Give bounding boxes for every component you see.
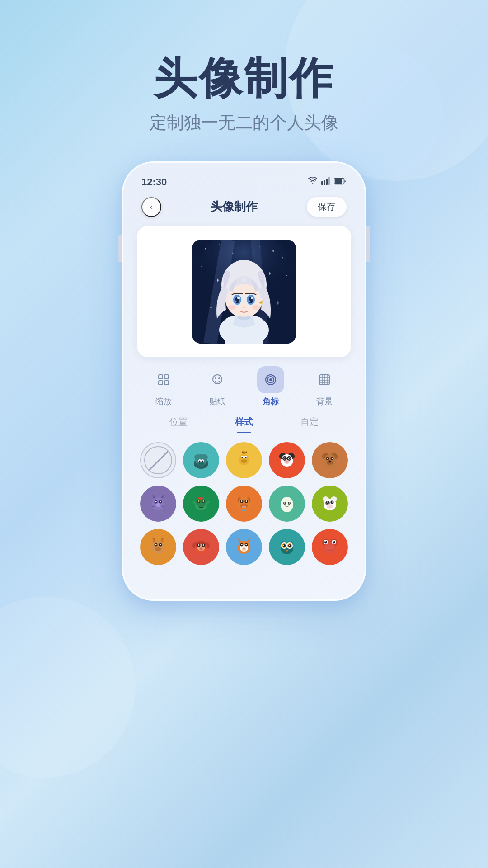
svg-point-185 — [333, 541, 333, 542]
svg-point-106 — [198, 500, 200, 502]
svg-point-33 — [227, 305, 236, 310]
badge-icon — [257, 366, 284, 393]
svg-point-143 — [155, 544, 157, 545]
svg-point-43 — [218, 377, 220, 379]
svg-point-145 — [155, 547, 161, 551]
svg-point-91 — [327, 458, 328, 459]
status-bar: 12:30 — [132, 176, 356, 188]
svg-point-153 — [198, 544, 200, 546]
battery-icon — [334, 177, 347, 187]
svg-point-81 — [284, 458, 286, 459]
svg-point-64 — [202, 463, 203, 464]
main-title: 头像制作 — [0, 54, 488, 102]
tool-background[interactable]: 背景 — [311, 366, 338, 407]
svg-point-57 — [201, 454, 208, 460]
app-header: ‹ 头像制作 保存 — [132, 193, 356, 226]
tool-zoom[interactable]: 缩放 — [150, 366, 177, 407]
svg-point-60 — [199, 460, 201, 462]
toolbar: 缩放 贴纸 — [132, 357, 356, 411]
sticker-label: 贴纸 — [209, 396, 225, 407]
icon-cow[interactable] — [312, 486, 348, 522]
svg-point-72 — [241, 459, 247, 463]
svg-point-186 — [325, 545, 334, 552]
icon-cat[interactable] — [140, 486, 176, 522]
svg-point-107 — [203, 500, 204, 502]
svg-rect-5 — [335, 179, 342, 184]
svg-point-121 — [243, 504, 245, 506]
phone-side-button-left — [118, 235, 122, 262]
svg-point-56 — [194, 454, 202, 460]
sub-title: 定制独一无二的个人头像 — [0, 111, 488, 134]
icon-bear[interactable] — [312, 442, 348, 478]
svg-rect-2 — [326, 179, 328, 185]
svg-point-135 — [331, 501, 332, 502]
signal-icon — [321, 177, 330, 187]
svg-point-163 — [245, 544, 247, 545]
icon-frog[interactable] — [312, 529, 348, 565]
svg-point-126 — [289, 502, 290, 503]
wifi-icon — [308, 177, 318, 187]
tool-sticker[interactable]: 贴纸 — [204, 366, 231, 407]
svg-point-46 — [269, 378, 272, 381]
svg-rect-1 — [324, 180, 325, 185]
svg-point-183 — [333, 541, 335, 543]
icon-dog[interactable] — [226, 486, 262, 522]
phone-side-button-right — [366, 226, 370, 262]
tab-style[interactable]: 样式 — [235, 416, 253, 433]
icon-panda[interactable] — [269, 442, 305, 478]
svg-point-70 — [241, 457, 243, 458]
svg-rect-3 — [328, 177, 330, 185]
icon-hippo[interactable] — [183, 442, 219, 478]
svg-point-42 — [215, 377, 216, 379]
avatar-preview-area — [137, 226, 351, 357]
icon-lizard[interactable] — [183, 486, 219, 522]
icon-fox[interactable] — [226, 529, 262, 565]
background-icon — [311, 366, 338, 393]
icon-egg[interactable] — [269, 486, 305, 522]
phone-container: 12:30 — [0, 161, 488, 601]
icon-giraffe[interactable] — [226, 442, 262, 478]
svg-point-184 — [324, 541, 325, 542]
back-button[interactable]: ‹ — [141, 197, 161, 217]
svg-point-118 — [245, 500, 247, 502]
svg-point-125 — [284, 502, 285, 503]
svg-point-117 — [241, 500, 242, 502]
svg-point-30 — [251, 297, 253, 299]
badge-label: 角标 — [263, 396, 279, 407]
icon-owl[interactable] — [269, 529, 305, 565]
icon-monkey[interactable] — [183, 529, 219, 565]
avatar-image — [192, 240, 296, 344]
svg-point-100 — [160, 501, 161, 502]
svg-point-31 — [235, 300, 237, 302]
tabs-row: 位置 样式 自定 — [137, 411, 351, 433]
svg-point-62 — [197, 462, 205, 467]
svg-point-94 — [328, 460, 331, 462]
status-time: 12:30 — [141, 176, 167, 188]
svg-point-162 — [241, 544, 242, 545]
svg-point-176 — [289, 544, 290, 545]
svg-point-144 — [160, 544, 161, 545]
svg-point-84 — [286, 461, 288, 462]
svg-point-110 — [202, 497, 204, 499]
tab-custom[interactable]: 自定 — [300, 416, 319, 433]
svg-rect-37 — [159, 375, 163, 379]
zoom-icon — [150, 366, 177, 393]
tool-badge[interactable]: 角标 — [257, 366, 284, 407]
svg-point-63 — [199, 463, 201, 464]
svg-point-165 — [243, 547, 245, 549]
phone-mockup: 12:30 — [122, 161, 366, 601]
svg-point-29 — [237, 297, 240, 299]
svg-point-109 — [198, 497, 200, 499]
svg-point-32 — [249, 300, 250, 302]
svg-point-173 — [283, 544, 286, 547]
tab-position[interactable]: 位置 — [169, 416, 188, 433]
icon-deer[interactable] — [140, 529, 176, 565]
zoom-label: 缩放 — [155, 396, 172, 407]
save-button[interactable]: 保存 — [307, 197, 347, 217]
page-header: 头像制作 定制独一无二的个人头像 — [0, 0, 488, 134]
svg-rect-39 — [159, 381, 163, 385]
svg-point-156 — [200, 548, 202, 550]
icon-none[interactable] — [140, 442, 176, 478]
sticker-icon — [204, 366, 231, 393]
status-icons — [308, 177, 347, 187]
